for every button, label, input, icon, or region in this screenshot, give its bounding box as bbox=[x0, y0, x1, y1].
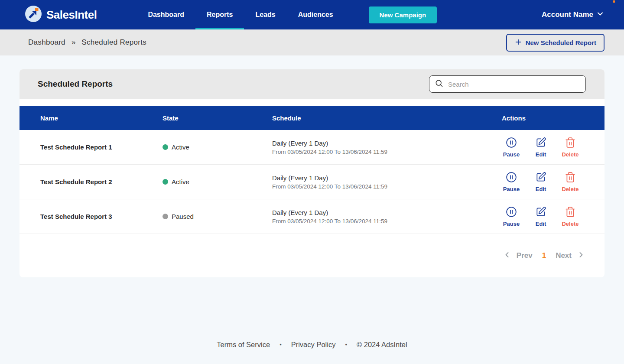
pause-button[interactable]: Pause bbox=[501, 137, 522, 158]
schedule-range: From 03/05/2024 12:00 To 13/06/2024 11:5… bbox=[272, 183, 480, 190]
nav-item-reports[interactable]: Reports bbox=[195, 0, 244, 29]
column-header-name: Name bbox=[40, 114, 162, 122]
pause-icon bbox=[506, 137, 517, 150]
account-name-label: Account Name bbox=[542, 10, 593, 19]
edit-label: Edit bbox=[536, 151, 546, 158]
column-header-actions: Actions bbox=[480, 114, 604, 122]
delete-button[interactable]: Delete bbox=[560, 172, 581, 192]
column-header-schedule: Schedule bbox=[272, 114, 480, 122]
card-header: Scheduled Reports bbox=[20, 69, 604, 99]
delete-label: Delete bbox=[562, 221, 578, 227]
table-row: Test Schedule Report 1 Active Daily (Eve… bbox=[20, 130, 604, 165]
state-label: Active bbox=[172, 143, 189, 151]
edit-button[interactable]: Edit bbox=[530, 137, 551, 158]
schedule-cell: Daily (Every 1 Day) From 03/05/2024 12:0… bbox=[272, 209, 480, 224]
terms-of-service-link[interactable]: Terms of Service bbox=[217, 341, 270, 349]
nav-item-audiences[interactable]: Audiences bbox=[287, 0, 344, 29]
report-name: Test Schedule Report 2 bbox=[40, 178, 162, 185]
main-nav: Dashboard Reports Leads Audiences bbox=[136, 0, 344, 29]
account-menu[interactable]: Account Name bbox=[542, 10, 604, 20]
edit-label: Edit bbox=[536, 186, 546, 192]
delete-label: Delete bbox=[562, 186, 578, 192]
state-cell: Paused bbox=[162, 213, 272, 220]
schedule-cell: Daily (Every 1 Day) From 03/05/2024 12:0… bbox=[272, 174, 480, 190]
page-number-current[interactable]: 1 bbox=[540, 251, 548, 260]
edit-button[interactable]: Edit bbox=[530, 172, 551, 192]
privacy-policy-link[interactable]: Privacy Policy bbox=[291, 341, 336, 349]
schedule-frequency: Daily (Every 1 Day) bbox=[272, 209, 480, 216]
edit-button[interactable]: Edit bbox=[530, 206, 551, 227]
edit-icon bbox=[535, 172, 546, 185]
delete-button[interactable]: Delete bbox=[560, 137, 581, 158]
footer-separator: • bbox=[345, 341, 347, 348]
page-footer: Terms of Service • Privacy Policy • © 20… bbox=[0, 341, 624, 349]
table-header-row: Name State Schedule Actions bbox=[20, 106, 604, 130]
edit-icon bbox=[535, 137, 546, 150]
new-scheduled-report-label: New Scheduled Report bbox=[526, 39, 596, 46]
brand-logo[interactable]: SalesIntel bbox=[25, 6, 97, 24]
column-header-state: State bbox=[162, 114, 272, 122]
plus-icon bbox=[514, 38, 522, 47]
breadcrumb-separator: » bbox=[72, 38, 75, 47]
report-name: Test Schedule Report 3 bbox=[40, 213, 162, 220]
pause-button[interactable]: Pause bbox=[501, 206, 522, 227]
delete-button[interactable]: Delete bbox=[560, 206, 581, 227]
footer-separator: • bbox=[280, 341, 282, 348]
chevron-left-icon bbox=[503, 250, 511, 261]
page-title: Scheduled Reports bbox=[38, 79, 113, 89]
nav-item-leads[interactable]: Leads bbox=[244, 0, 286, 29]
brand-name: SalesIntel bbox=[46, 8, 97, 22]
schedule-range: From 03/05/2024 12:00 To 13/06/2024 11:5… bbox=[272, 149, 480, 155]
edit-icon bbox=[535, 206, 546, 219]
edit-label: Edit bbox=[536, 221, 546, 227]
trash-icon bbox=[565, 172, 576, 185]
schedule-frequency: Daily (Every 1 Day) bbox=[272, 174, 480, 182]
actions-cell: Pause Edit Delete bbox=[480, 206, 604, 227]
schedule-cell: Daily (Every 1 Day) From 03/05/2024 12:0… bbox=[272, 140, 480, 155]
breadcrumb-dashboard[interactable]: Dashboard bbox=[28, 38, 65, 47]
chevron-down-icon bbox=[596, 10, 604, 20]
delete-label: Delete bbox=[562, 151, 578, 158]
state-label: Paused bbox=[172, 213, 194, 220]
search-icon bbox=[435, 79, 443, 89]
breadcrumb-current-page: Scheduled Reports bbox=[81, 38, 146, 47]
pause-icon bbox=[506, 206, 517, 219]
pause-label: Pause bbox=[503, 186, 520, 192]
report-name: Test Schedule Report 1 bbox=[40, 143, 162, 151]
salesintel-logo-icon bbox=[25, 6, 42, 24]
new-scheduled-report-button[interactable]: New Scheduled Report bbox=[506, 34, 604, 52]
state-cell: Active bbox=[162, 178, 272, 185]
table-row: Test Schedule Report 3 Paused Daily (Eve… bbox=[20, 199, 604, 234]
table-row: Test Schedule Report 2 Active Daily (Eve… bbox=[20, 165, 604, 199]
search-input[interactable] bbox=[447, 80, 580, 88]
scheduled-reports-card: Scheduled Reports Name State Schedule Ac… bbox=[20, 69, 604, 277]
top-navbar: SalesIntel Dashboard Reports Leads Audie… bbox=[0, 0, 624, 29]
chevron-right-icon bbox=[577, 250, 585, 261]
new-campaign-button[interactable]: New Campaign bbox=[369, 6, 437, 23]
pause-button[interactable]: Pause bbox=[501, 172, 522, 192]
search-box[interactable] bbox=[429, 75, 586, 93]
pause-icon bbox=[506, 172, 517, 185]
pause-label: Pause bbox=[503, 221, 520, 227]
trash-icon bbox=[565, 137, 576, 150]
state-label: Active bbox=[172, 178, 189, 185]
next-page-button[interactable]: Next bbox=[556, 250, 585, 261]
pagination: Prev 1 Next bbox=[20, 234, 604, 277]
actions-cell: Pause Edit Delete bbox=[480, 137, 604, 158]
copyright-text: © 2024 AdsIntel bbox=[357, 341, 407, 349]
schedule-range: From 03/05/2024 12:00 To 13/06/2024 11:5… bbox=[272, 218, 480, 224]
nav-item-dashboard[interactable]: Dashboard bbox=[136, 0, 195, 29]
pause-label: Pause bbox=[503, 151, 520, 158]
brand-accent-dot bbox=[613, 0, 615, 3]
state-dot bbox=[162, 144, 168, 150]
breadcrumb-bar: Dashboard » Scheduled Reports New Schedu… bbox=[0, 29, 624, 55]
schedule-frequency: Daily (Every 1 Day) bbox=[272, 140, 480, 147]
next-label: Next bbox=[556, 251, 572, 260]
state-dot bbox=[162, 179, 168, 185]
state-dot bbox=[162, 214, 168, 219]
prev-page-button[interactable]: Prev bbox=[503, 250, 533, 261]
trash-icon bbox=[565, 206, 576, 219]
state-cell: Active bbox=[162, 143, 272, 151]
actions-cell: Pause Edit Delete bbox=[480, 172, 604, 192]
prev-label: Prev bbox=[517, 251, 533, 260]
